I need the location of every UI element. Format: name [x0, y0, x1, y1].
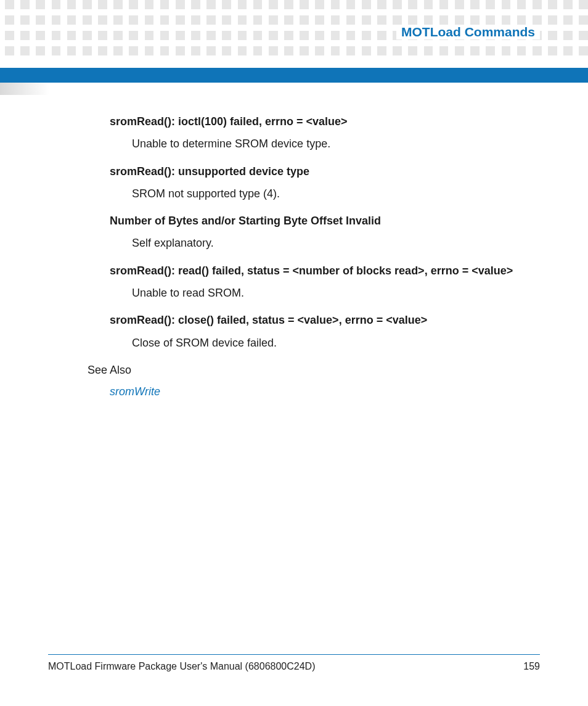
header-blue-bar [0, 68, 588, 83]
error-description: SROM not supported type (4). [132, 186, 540, 201]
main-content: sromRead(): ioctl(100) failed, errno = <… [110, 114, 540, 398]
footer-manual-title: MOTLoad Firmware Package User's Manual (… [48, 661, 315, 672]
error-heading: Number of Bytes and/or Starting Byte Off… [110, 213, 540, 228]
error-description: Self explanatory. [132, 236, 540, 250]
page-header-title: MOTLoad Commands [396, 25, 540, 39]
error-description: Unable to determine SROM device type. [132, 136, 540, 151]
error-heading: sromRead(): read() failed, status = <num… [110, 263, 540, 278]
error-description: Close of SROM device failed. [132, 335, 540, 350]
error-heading: sromRead(): ioctl(100) failed, errno = <… [110, 114, 540, 129]
error-heading: sromRead(): close() failed, status = <va… [110, 313, 540, 327]
page-footer: MOTLoad Firmware Package User's Manual (… [48, 654, 540, 672]
header-gray-accent [0, 83, 49, 95]
see-also-link[interactable]: sromWrite [110, 385, 160, 398]
error-description: Unable to read SROM. [132, 285, 540, 300]
see-also-label: See Also [88, 364, 540, 377]
footer-page-number: 159 [523, 661, 540, 672]
error-heading: sromRead(): unsupported device type [110, 164, 540, 179]
